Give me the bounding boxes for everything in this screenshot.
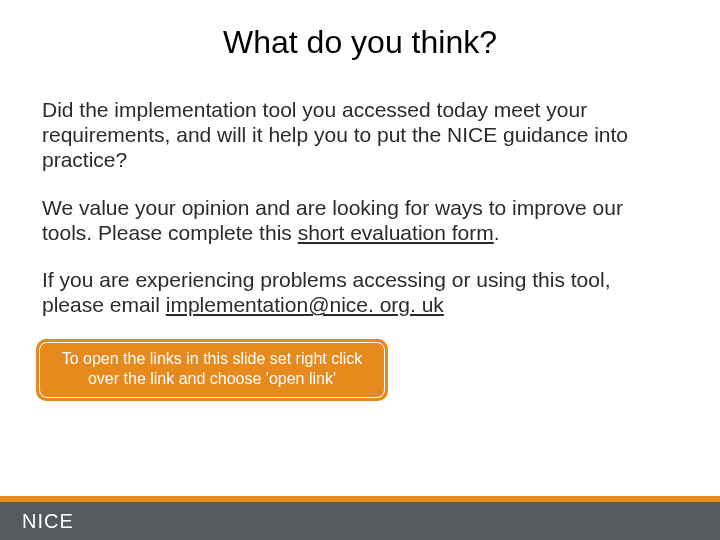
callout-text: To open the links in this slide set righ… [62,350,363,387]
slide: What do you think? Did the implementatio… [0,0,720,540]
p2-post: . [494,221,500,244]
paragraph-1: Did the implementation tool you accessed… [42,97,678,173]
footer: NICE [0,496,720,540]
paragraph-3: If you are experiencing problems accessi… [42,267,678,317]
email-link[interactable]: implementation@nice. org. uk [166,293,444,316]
instruction-callout: To open the links in this slide set righ… [36,339,388,401]
footer-bar: NICE [0,502,720,540]
nice-logo: NICE [22,510,74,533]
paragraph-2: We value your opinion and are looking fo… [42,195,678,245]
slide-title: What do you think? [0,0,720,61]
body-text: Did the implementation tool you accessed… [0,61,720,317]
evaluation-form-link[interactable]: short evaluation form [298,221,494,244]
